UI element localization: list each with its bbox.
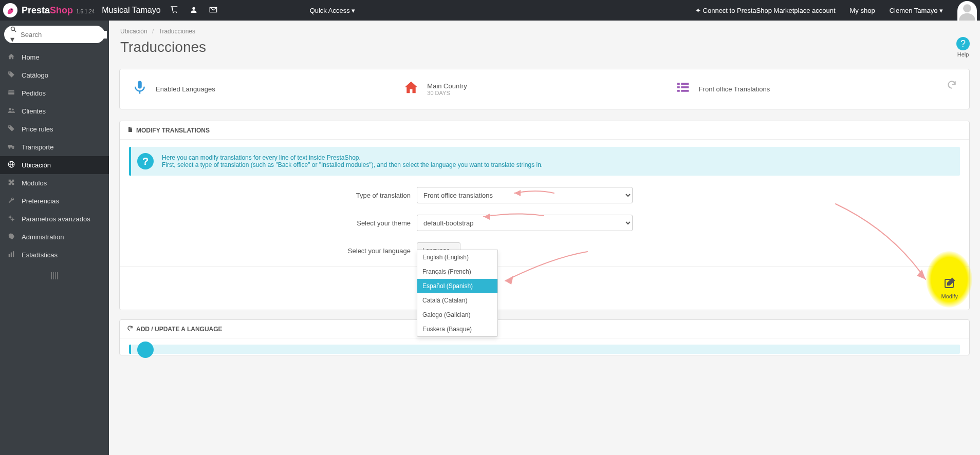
svg-rect-10	[8, 91, 14, 92]
sidebar-item-módulos[interactable]: Módulos	[0, 174, 109, 192]
svg-point-20	[9, 216, 11, 218]
my-shop-link[interactable]: My shop	[850, 7, 875, 14]
brand-p2: Shop	[50, 5, 73, 15]
sidebar-item-label: Preferencias	[22, 197, 59, 205]
cart-icon[interactable]	[170, 6, 178, 15]
svg-rect-23	[9, 254, 10, 257]
sidebar-item-label: Administration	[22, 233, 64, 241]
sidebar-item-label: Clientes	[22, 107, 46, 115]
connect-marketplace-link[interactable]: ✦ Connect to PrestaShop Marketplace acco…	[695, 7, 836, 14]
refresh-icon[interactable]	[947, 80, 957, 99]
version: 1.6.1.24	[76, 9, 95, 14]
theme-select[interactable]: default-bootstrap	[417, 215, 633, 231]
language-option[interactable]: English (English)	[417, 250, 497, 264]
svg-line-7	[14, 30, 16, 32]
svg-point-4	[192, 7, 195, 9]
sidebar-item-administration[interactable]: Administration	[0, 228, 109, 246]
kpi-front-office: Front office Translations	[675, 80, 947, 99]
type-select[interactable]: Front office translations	[417, 187, 633, 203]
kpi-main-country: Main Country 30 DAYS	[403, 80, 675, 99]
svg-point-16	[12, 147, 13, 148]
file-icon	[127, 126, 133, 134]
quick-access-menu[interactable]: Quick Access ▾	[310, 7, 356, 14]
language-label: Select your language	[129, 247, 417, 255]
sidebar-item-parametros-avanzados[interactable]: Parametros avanzados	[0, 210, 109, 228]
language-option[interactable]: Español (Spanish)	[417, 279, 497, 293]
sidebar-item-preferencias[interactable]: Preferencias	[0, 192, 109, 210]
sidebar-item-label: Transporte	[22, 143, 53, 151]
sidebar-item-label: Módulos	[22, 179, 47, 187]
sidebar-item-home[interactable]: Home	[0, 48, 109, 66]
caret-down-icon: ▾	[352, 7, 355, 14]
svg-point-21	[12, 219, 13, 221]
bar-chart-icon	[7, 251, 15, 259]
user-icon[interactable]	[190, 6, 198, 15]
logo[interactable]: PrestaShop 1.6.1.24	[0, 3, 95, 17]
language-option[interactable]: Galego (Galician)	[417, 308, 497, 322]
sidebar: ▾ HomeCatálogoPedidosClientesPrice rules…	[0, 21, 109, 455]
sidebar-item-label: Pedidos	[22, 89, 46, 97]
language-option[interactable]: Français (French)	[417, 264, 497, 279]
shop-name[interactable]: Musical Tamayo	[102, 6, 160, 15]
top-bar: PrestaShop 1.6.1.24 Musical Tamayo Quick…	[0, 0, 980, 21]
puzzle-icon: ✦	[695, 7, 701, 14]
refresh-icon	[127, 325, 133, 333]
svg-rect-28	[677, 83, 679, 85]
sidebar-item-pedidos[interactable]: Pedidos	[0, 84, 109, 102]
sidebar-item-catálogo[interactable]: Catálogo	[0, 66, 109, 84]
top-icons	[170, 6, 217, 15]
svg-point-1	[11, 9, 12, 10]
svg-point-5	[963, 4, 971, 12]
language-option[interactable]: Euskera (Basque)	[417, 322, 497, 336]
svg-point-2	[173, 12, 174, 13]
breadcrumb-item[interactable]: Traducciones	[159, 28, 196, 35]
sidebar-item-clientes[interactable]: Clientes	[0, 102, 109, 120]
kpi-enabled-languages: Enabled Languages	[132, 80, 403, 99]
svg-marker-37	[917, 270, 926, 279]
sidebar-item-estadísticas[interactable]: Estadísticas	[0, 246, 109, 264]
type-label: Type of translation	[129, 192, 417, 199]
svg-rect-30	[677, 86, 679, 88]
page-title: Traducciones	[119, 39, 956, 55]
home-icon	[403, 80, 419, 99]
svg-rect-33	[681, 90, 689, 92]
search-icon[interactable]: ▾	[10, 25, 16, 44]
svg-rect-14	[8, 145, 12, 147]
brand-p1: Presta	[22, 5, 50, 15]
kpi-panel: Enabled Languages Main Country 30 DAYS	[119, 69, 970, 109]
search-input[interactable]	[21, 31, 107, 39]
sidebar-item-label: Parametros avanzados	[22, 215, 90, 223]
svg-point-3	[176, 12, 177, 13]
cog-icon	[7, 233, 15, 241]
brand-bird-icon	[3, 3, 17, 17]
mail-icon[interactable]	[209, 6, 217, 15]
search-box: ▾	[0, 21, 109, 48]
info-alert: ? Here you can modify translations for e…	[129, 147, 960, 176]
info-icon	[137, 342, 154, 358]
svg-rect-29	[681, 83, 689, 85]
theme-label: Select your theme	[129, 219, 417, 227]
language-option[interactable]: Català (Catalan)	[417, 293, 497, 308]
svg-rect-31	[681, 86, 689, 88]
microphone-icon	[132, 80, 147, 99]
sidebar-item-price-rules[interactable]: Price rules	[0, 120, 109, 138]
users-icon	[7, 107, 15, 116]
sidebar-item-label: Home	[22, 53, 40, 61]
svg-point-12	[12, 109, 14, 111]
sidebar-item-transporte[interactable]: Transporte	[0, 138, 109, 156]
svg-point-6	[11, 27, 15, 30]
tag-icon	[7, 125, 15, 134]
svg-rect-26	[138, 81, 142, 89]
avatar[interactable]	[957, 1, 977, 21]
modify-translations-panel: MODIFY TRANSLATIONS ? Here you can modif…	[119, 121, 970, 310]
sidebar-item-label: Ubicación	[22, 161, 51, 169]
collapse-sidebar[interactable]: ||||	[0, 264, 109, 287]
help-button[interactable]: ? Help	[956, 37, 970, 58]
sidebar-item-label: Catálogo	[22, 71, 48, 79]
sidebar-item-ubicación[interactable]: Ubicación	[0, 156, 109, 174]
user-menu[interactable]: Clemen Tamayo ▾	[890, 7, 943, 14]
svg-point-11	[9, 108, 11, 110]
breadcrumb-item[interactable]: Ubicación	[120, 28, 147, 35]
modify-button[interactable]: Modify	[939, 274, 960, 302]
caret-down-icon: ▾	[939, 7, 943, 14]
